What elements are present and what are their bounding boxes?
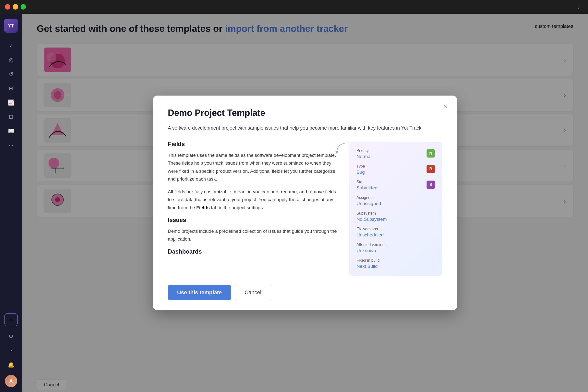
affected-versions-label: Affected versions <box>356 242 435 247</box>
modal-description: A software development project with samp… <box>168 124 442 132</box>
sidebar-item-more[interactable]: ··· <box>5 139 17 152</box>
dashboards-heading: Dashboards <box>168 248 337 255</box>
sidebar-item-apps[interactable]: ⊞ <box>5 111 17 123</box>
modal-left-column: Fields This template uses the same field… <box>168 139 337 276</box>
assignee-field: Assignee Unassigned <box>356 196 435 206</box>
fix-versions-value: Unscheduled <box>356 232 384 238</box>
minimize-button[interactable] <box>13 4 18 10</box>
modal-right-column: Priority Normal N Type Bug <box>349 139 442 276</box>
fix-versions-field: Fix Versions Unscheduled <box>356 227 435 238</box>
fields-body-1: This template uses the same fields as th… <box>168 152 337 183</box>
modal-dialog: × Demo Project Template A software devel… <box>153 96 457 310</box>
titlebar: ⋮ <box>0 0 588 14</box>
sidebar-notifications-icon[interactable]: 🔔 <box>5 359 17 371</box>
titlebar-menu-icon[interactable]: ⋮ <box>576 4 582 10</box>
modal-footer: Use this template Cancel <box>168 285 442 300</box>
issues-heading: Issues <box>168 216 337 224</box>
type-value: Bug <box>356 170 365 175</box>
sidebar-help-icon[interactable]: ? <box>5 344 17 357</box>
priority-value: Normal <box>356 154 372 159</box>
app-container: YT ✓ ◎ ↺ ⊞ 📈 ⊞ 📖 ··· + ⚙ ? 🔔 A Get start… <box>0 14 588 392</box>
sidebar-settings-icon[interactable]: ⚙ <box>5 330 17 342</box>
fields-body-2: All fields are fully customizable, meani… <box>168 188 337 212</box>
affected-versions-value: Unknown <box>356 248 376 253</box>
assignee-label: Assignee <box>356 196 435 200</box>
modal-body: Fields This template uses the same field… <box>168 139 442 276</box>
subsystem-field: Subsystem No Subsystem <box>356 211 435 222</box>
fixed-in-build-field: Fixed in build Next Build <box>356 258 435 269</box>
modal-title: Demo Project Template <box>168 108 442 118</box>
use-template-button[interactable]: Use this template <box>168 285 231 300</box>
type-badge: B <box>426 165 435 173</box>
type-label: Type <box>356 164 435 168</box>
modal-overlay: × Demo Project Template A software devel… <box>22 14 588 392</box>
sidebar-item-check[interactable]: ✓ <box>5 40 17 52</box>
state-badge: S <box>426 180 435 189</box>
subsystem-label: Subsystem <box>356 211 435 216</box>
sidebar-item-refresh[interactable]: ↺ <box>5 68 17 80</box>
fields-heading: Fields <box>168 141 337 148</box>
sidebar-logo[interactable]: YT <box>4 18 18 33</box>
sidebar-item-circle[interactable]: ◎ <box>5 54 17 66</box>
sidebar-item-grid[interactable]: ⊞ <box>5 82 17 94</box>
sidebar-item-book[interactable]: 📖 <box>5 125 17 137</box>
assignee-value: Unassigned <box>356 201 381 206</box>
fields-panel: Priority Normal N Type Bug <box>349 142 442 276</box>
sidebar-add-button[interactable]: + <box>4 313 18 326</box>
close-button[interactable] <box>5 4 10 10</box>
state-label: State <box>356 180 435 184</box>
priority-field: Priority Normal N <box>356 148 435 159</box>
state-value: Submitted <box>356 185 378 190</box>
fix-versions-label: Fix Versions <box>356 227 435 231</box>
traffic-lights <box>5 4 26 10</box>
maximize-button[interactable] <box>20 4 26 10</box>
priority-label: Priority <box>356 148 435 153</box>
type-field: Type Bug B <box>356 164 435 175</box>
priority-badge: N <box>426 149 435 158</box>
avatar[interactable]: A <box>5 375 17 387</box>
cancel-button[interactable]: Cancel <box>235 285 271 300</box>
fixed-in-build-label: Fixed in build <box>356 258 435 263</box>
issues-body: Demo projects include a predefined colle… <box>168 227 337 243</box>
main-content: Get started with one of these templates … <box>22 14 588 392</box>
subsystem-value: No Subsystem <box>356 216 387 222</box>
sidebar-item-chart[interactable]: 📈 <box>5 96 17 109</box>
affected-versions-field: Affected versions Unknown <box>356 242 435 253</box>
sidebar: YT ✓ ◎ ↺ ⊞ 📈 ⊞ 📖 ··· + ⚙ ? 🔔 A <box>0 14 22 392</box>
state-field: State Submitted S <box>356 180 435 190</box>
close-button[interactable]: × <box>441 102 450 111</box>
fixed-in-build-value: Next Build <box>356 264 378 269</box>
